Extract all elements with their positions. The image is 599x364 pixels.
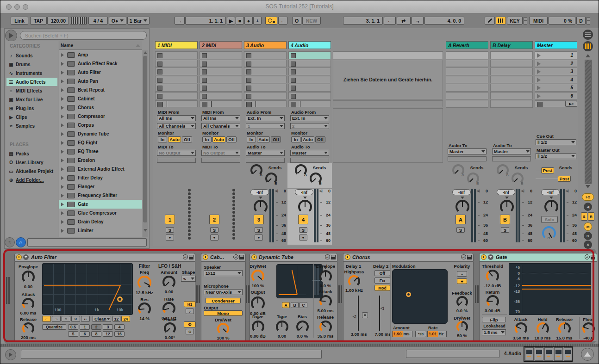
clip-slot[interactable] [244,51,287,59]
clip-slot[interactable] [155,51,198,59]
nudge-up-button[interactable] [79,17,87,25]
cab-output-button[interactable]: Mono [204,310,243,316]
device-activator-button[interactable] [251,254,257,260]
return-slot[interactable] [446,60,488,68]
sends-section-toggle[interactable]: S [581,212,587,221]
clip-slot[interactable] [155,92,198,100]
pan-knob[interactable] [254,200,268,214]
clip-slot[interactable] [155,60,198,68]
send-b-post-button[interactable]: Post [558,176,571,182]
clip-slot[interactable] [244,76,287,84]
input-type-chooser[interactable]: Ext. In [290,115,329,121]
solo-button[interactable]: S [299,227,307,233]
list-item-beat-repeat[interactable]: Beat Repeat [59,86,142,94]
af-sync-button[interactable]: ♪ [186,308,194,314]
ch-delay2-mod[interactable]: Mod [374,285,390,291]
clip-slot[interactable] [200,76,242,84]
preview-volume-bar[interactable] [27,238,147,247]
af-res[interactable] [138,302,151,315]
session-record-button[interactable] [265,17,277,25]
mixer-section-toggle[interactable]: M [584,222,592,231]
list-item-gate[interactable]: Gate [59,200,142,209]
scene-row-4[interactable]: 4 [535,76,577,84]
ch-rate-field[interactable]: 1.01Hz [427,331,447,337]
cue-out-chooser[interactable]: ‖ 1/2 [536,139,576,145]
gate-attack[interactable] [515,322,527,335]
clip-slot[interactable] [288,76,331,84]
af-hz-button[interactable]: Hz [184,301,196,307]
dt-tone[interactable] [276,321,288,333]
cab-speaker-chooser[interactable]: 1x12 [204,270,243,276]
af-freq[interactable] [137,276,151,290]
monitor-off-button[interactable]: Off [271,136,281,142]
groove-amount-button[interactable]: O● [109,17,126,25]
monitor-off-button[interactable]: Off [315,136,325,142]
monitor-auto-button[interactable]: Auto [257,136,270,142]
af-release[interactable] [22,322,34,334]
af-amount[interactable] [162,276,175,289]
dt-model-A[interactable]: A [282,302,290,308]
clip-slot[interactable] [244,60,287,68]
af-envelope[interactable] [22,271,35,284]
sidebar-item-plug-ins[interactable]: ⊞Plug-Ins [6,104,57,112]
ch-delay2-slider[interactable] [379,296,380,331]
sidebar-item-sounds[interactable]: ♪Sounds [6,51,57,60]
hot-swap-icon[interactable]: ⇄ [461,254,466,259]
dt-envelope[interactable] [319,270,332,283]
key-map-button[interactable]: KEY [507,17,523,25]
sidebar-item-clips[interactable]: ▶Clips [6,113,57,121]
af-quantize-4[interactable]: 4 [114,324,125,330]
ch-highpass[interactable] [348,275,360,287]
device-activator-button[interactable] [16,254,22,260]
send-a-post-button[interactable]: Post [541,167,554,173]
monitor-auto-button[interactable]: Auto [301,136,314,142]
device-activator-button[interactable] [203,254,208,260]
clip-slot[interactable] [288,84,331,92]
clip-slot[interactable] [200,68,242,75]
sidebar-item-max-for-live[interactable]: ▣Max for Live [6,95,57,104]
follow-button[interactable]: → [175,17,185,25]
cab-mic-position-chooser[interactable]: Near On-Axis [204,289,243,295]
af-rate[interactable] [162,302,175,315]
list-item-amp[interactable]: Amp [59,50,142,59]
clip-slot[interactable] [200,84,242,92]
back-to-arrangement-button[interactable]: ← [278,17,287,25]
name-column-header[interactable]: Name [59,41,142,50]
preview-headphone-button[interactable]: ∩ [16,237,26,247]
pan-knob[interactable] [544,200,558,214]
return-activator-button[interactable]: B [500,215,510,224]
automation-arm-button[interactable]: O [292,17,301,25]
returns-section-toggle[interactable]: R [588,212,594,221]
input-type-chooser[interactable]: All Ins [157,115,196,121]
return-slot[interactable] [490,92,533,100]
input-type-chooser[interactable]: All Ins [201,115,240,121]
gate-return[interactable] [487,295,499,308]
scene-row-1[interactable]: 1 [535,51,577,59]
ch-delay2-fix[interactable]: Fix [374,278,390,284]
dt-model-C[interactable]: C [300,302,307,308]
af-quantize-3[interactable]: 3 [103,324,113,330]
dt-output[interactable] [251,296,265,310]
stop-button[interactable]: ■ [236,17,244,25]
device-activator-button[interactable] [345,254,350,260]
af-quantize-0.5[interactable]: 0.5 [68,324,78,330]
monitor-auto-button[interactable]: Auto [212,136,225,142]
computer-midi-keyboard-button[interactable] [496,17,506,25]
tap-button[interactable]: TAP [30,17,47,25]
save-preset-icon[interactable] [591,255,595,259]
punch-in-button[interactable]: ⌐ [384,17,396,25]
af-quantize-2[interactable]: 2 [91,324,101,330]
clip-slot[interactable] [155,84,198,92]
track-stop-cell[interactable] [200,100,242,107]
list-item-frequency-shifter[interactable]: Frequency Shifter [59,191,142,200]
gate-threshold[interactable] [486,270,499,283]
clip-slot[interactable] [244,84,287,92]
place-item-packs[interactable]: ▤Packs [6,149,57,158]
ch-polarity-minus[interactable]: - [457,271,467,277]
af-quantize-1[interactable]: 1 [80,324,90,330]
return-slot[interactable] [446,76,488,84]
volume-display[interactable]: -Inf [497,189,515,195]
arm-button[interactable]: ● [210,234,218,241]
ch-mult-button[interactable]: *20 [415,331,426,337]
list-item-dynamic-tube[interactable]: Dynamic Tube [59,130,142,138]
